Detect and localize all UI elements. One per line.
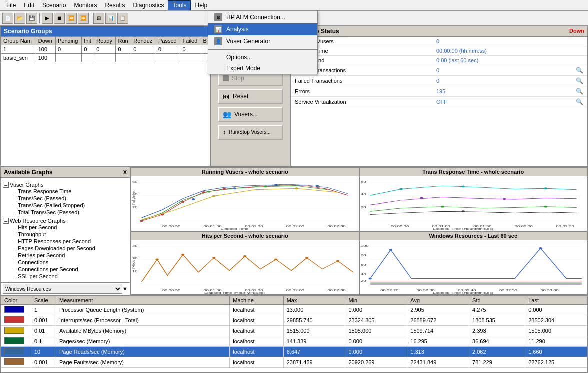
- tree-item-total-trans[interactable]: Total Trans/Sec (Passed): [3, 209, 128, 216]
- col-down: Down: [36, 37, 55, 46]
- toolbar-btn3[interactable]: ⏪: [66, 13, 77, 24]
- table-row[interactable]: 0.001 Page Faults/sec (Memory) localhost…: [1, 358, 587, 368]
- toolbar-grid[interactable]: ⊞: [93, 13, 104, 24]
- tree-group-web-header[interactable]: – Web Resource Graphs: [3, 218, 128, 224]
- tree-item-hits[interactable]: Hits per Second: [3, 224, 128, 231]
- table-row[interactable]: 10 Page Reads/sec (Memory) localhost 6.6…: [1, 347, 587, 358]
- svg-text:40: 40: [361, 273, 366, 276]
- tree-group-vuser-header[interactable]: – Vuser Graphs: [3, 182, 128, 188]
- dropdown-arrow[interactable]: ▼: [122, 286, 128, 292]
- menu-vuser-generator[interactable]: 👤 Vuser Generator: [208, 36, 317, 48]
- data-table-scroll[interactable]: Color Scale Measurement Machine Max Min …: [1, 296, 587, 372]
- status-value-vusers[interactable]: 0: [432, 37, 572, 46]
- tree-item-throughput[interactable]: Throughput: [3, 231, 128, 238]
- menu-sep: [208, 50, 317, 50]
- chart-windows-resources-area: 100 80 60 40 20 00:32:20 00:32:30 00:32:…: [360, 240, 587, 295]
- table-row[interactable]: 1 100 0 0 0 0 0 0 0: [1, 46, 210, 54]
- status-value-passed[interactable]: 0: [432, 66, 572, 76]
- svg-point-42: [544, 188, 547, 190]
- chart-hits-per-sec-title: Hits per Second - whole scenario: [131, 232, 359, 240]
- svg-point-44: [503, 198, 506, 200]
- menu-scenario[interactable]: Scenario: [38, 1, 70, 10]
- tree-item-http-resp[interactable]: HTTP Responses per Second: [3, 238, 128, 245]
- run-stop-vusers-button[interactable]: ↕ Run/Stop Vusers...: [218, 125, 283, 140]
- menu-edit[interactable]: Edit: [20, 1, 38, 10]
- tree-item-connections[interactable]: Connections: [3, 259, 128, 266]
- expand-vuser[interactable]: –: [3, 182, 9, 188]
- menu-diagnostics[interactable]: Diagnostics: [129, 1, 168, 10]
- tree-item-retries[interactable]: Retries per Second: [3, 252, 128, 259]
- tree-item-trans-resp[interactable]: Trans Response Time: [3, 188, 128, 195]
- status-label-failed: Failed Transactions: [291, 76, 432, 86]
- status-value-errors[interactable]: 195: [432, 86, 572, 97]
- svg-point-62: [156, 258, 159, 260]
- table-row[interactable]: 0.1 Pages/sec (Memory) localhost 141.339…: [1, 336, 587, 347]
- tree-item-conn-sec[interactable]: Connections per Second: [3, 266, 128, 273]
- run-stop-icon: ↕: [223, 129, 226, 136]
- col-failed: Failed: [180, 37, 201, 46]
- table-row[interactable]: 1 Processor Queue Length (System) localh…: [1, 305, 587, 316]
- toolbar-btn1[interactable]: ▶: [42, 13, 53, 24]
- menu-results[interactable]: Results: [101, 1, 129, 10]
- toolbar-save[interactable]: 💾: [26, 13, 37, 24]
- scenario-status-header: Scenario Status Down: [291, 26, 587, 37]
- svg-text:30: 30: [132, 244, 137, 248]
- available-graphs-tree: – Vuser Graphs Trans Response Time Trans…: [1, 178, 130, 282]
- table-row[interactable]: 0.01 Available MBytes (Memory) localhost…: [1, 326, 587, 336]
- status-search-failed[interactable]: 🔍: [572, 76, 587, 86]
- menu-monitors[interactable]: Monitors: [70, 1, 101, 10]
- svg-point-45: [441, 206, 444, 208]
- toolbar-report[interactable]: 📋: [117, 13, 128, 24]
- status-value-failed[interactable]: 0: [432, 76, 572, 86]
- col-last: Last: [525, 296, 587, 305]
- menu-options[interactable]: Options...: [208, 52, 317, 63]
- toolbar-open[interactable]: 📂: [14, 13, 25, 24]
- status-row-svc: Service Virtualization OFF 🔍: [291, 97, 587, 108]
- tree-item-ssl[interactable]: SSL per Second: [3, 273, 128, 280]
- svg-text:00:32:50: 00:32:50: [499, 288, 517, 292]
- status-search-passed[interactable]: 🔍: [572, 66, 587, 76]
- status-value-svc[interactable]: OFF: [432, 97, 572, 108]
- tree-item-trans-sec-failed[interactable]: Trans/Sec (Failed,Stopped): [3, 202, 128, 209]
- menu-file[interactable]: File: [2, 1, 20, 10]
- svg-text:00:02:00: 00:02:00: [286, 225, 304, 228]
- menu-expert-mode[interactable]: Expert Mode: [208, 63, 317, 74]
- vusers-icon: 👥: [223, 110, 231, 118]
- chart-windows-resources-title: Windows Resources - Last 60 sec: [360, 232, 587, 240]
- status-search-errors[interactable]: 🔍: [572, 86, 587, 97]
- reset-button[interactable]: ⏮ Reset: [218, 89, 283, 104]
- menu-help[interactable]: Help: [191, 1, 211, 10]
- available-graphs-close[interactable]: X: [123, 170, 127, 176]
- svg-text:00:00:30: 00:00:30: [390, 225, 408, 228]
- col-passed: Passed: [156, 37, 180, 46]
- status-search-svc[interactable]: 🔍: [572, 97, 587, 108]
- menu-alm-connection[interactable]: ⚙ HP ALM Connection...: [208, 12, 317, 24]
- scenario-status-title: Scenario Status: [294, 28, 569, 35]
- charts-grid: Running Vusers - whole scenario 60 40 20…: [130, 167, 588, 296]
- available-graphs-panel: Available Graphs X – Vuser Graphs Trans …: [0, 167, 130, 296]
- vusers-button[interactable]: 👥 Vusers...: [218, 107, 283, 122]
- table-row[interactable]: basic_scri 100: [1, 54, 210, 62]
- table-row[interactable]: 0.001 Interrupts/sec (Processor _Total) …: [1, 316, 587, 326]
- toolbar-btn2[interactable]: ⏹: [54, 13, 65, 24]
- toolbar-chart[interactable]: 📊: [105, 13, 116, 24]
- svg-text:Elapsed Time (Hour:Min:Sec): Elapsed Time (Hour:Min:Sec): [432, 292, 493, 294]
- toolbar-new[interactable]: 📄: [2, 13, 13, 24]
- stop-icon: [223, 76, 229, 82]
- chart-trans-response-title: Trans Response Time - whole scenario: [360, 168, 587, 176]
- data-table-section: Color Scale Measurement Machine Max Min …: [0, 296, 588, 373]
- tree-item-pages-dl[interactable]: Pages Downloaded per Second: [3, 245, 128, 252]
- expand-web[interactable]: –: [3, 218, 9, 224]
- menu-tools[interactable]: Tools: [168, 0, 191, 10]
- menu-analysis[interactable]: 📊 Analysis: [208, 24, 317, 36]
- col-ready: Ready: [94, 37, 116, 46]
- toolbar-btn4[interactable]: ⏩: [78, 13, 89, 24]
- scenario-status-table: Running Vusers 0 Elapsed Time 00:00:00 (…: [291, 37, 587, 108]
- windows-resources-select[interactable]: Windows Resources: [3, 284, 122, 294]
- chart-trans-response-area: 60 40 20 00:00:30 00:01:00 00:01:30 00:0…: [360, 176, 587, 231]
- scenario-groups-table: Group Nam Down Pending Init Ready Run Re…: [1, 36, 210, 62]
- tree-item-trans-sec-passed[interactable]: Trans/Sec (Passed): [3, 195, 128, 202]
- col-measurement: Measurement: [56, 296, 230, 305]
- svg-text:Elapsed Time (Hour:Min:Sec): Elapsed Time (Hour:Min:Sec): [432, 228, 493, 230]
- svg-point-41: [461, 186, 464, 188]
